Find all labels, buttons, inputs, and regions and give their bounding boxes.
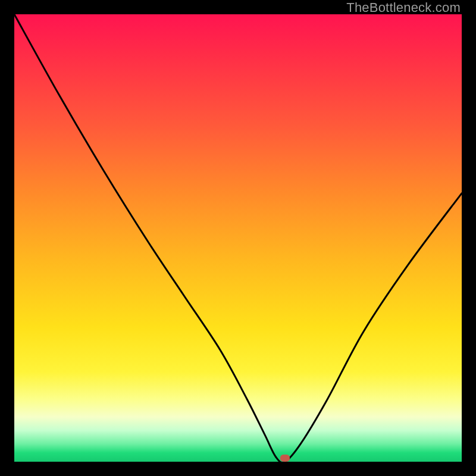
bottleneck-curve bbox=[14, 14, 462, 462]
minimum-marker bbox=[280, 455, 290, 462]
watermark-label: TheBottleneck.com bbox=[346, 0, 461, 15]
plot-area bbox=[14, 14, 462, 462]
chart-frame: TheBottleneck.com bbox=[0, 0, 476, 476]
